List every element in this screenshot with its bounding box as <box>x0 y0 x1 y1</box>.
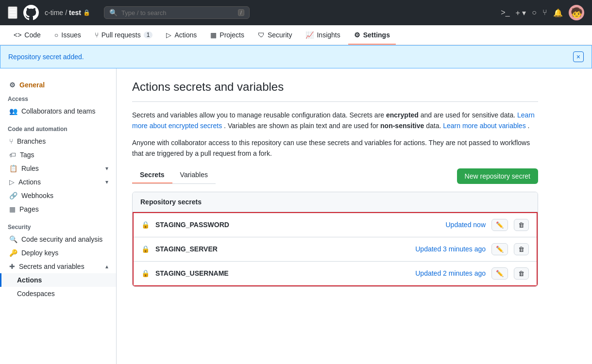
tabs: Secrets Variables <box>132 167 216 184</box>
pr-icon: ⑂ <box>95 31 99 39</box>
nav-code[interactable]: <> Code <box>8 25 47 45</box>
sidebar-item-codespaces[interactable]: Codespaces <box>0 287 116 300</box>
description-2: Anyone with collaborator access to this … <box>132 137 538 159</box>
learn-more-variables-link[interactable]: Learn more about variables <box>443 122 525 130</box>
tabs-row: Secrets Variables New repository secret <box>132 167 538 184</box>
tags-icon: 🏷 <box>9 151 16 159</box>
issues-button[interactable]: ○ <box>532 8 537 17</box>
sidebar-section-title-security: Security <box>0 220 116 232</box>
delete-secret-2-button[interactable]: 🗑 <box>514 243 529 255</box>
secrets-box: Repository secrets 🔒 STAGING_PASSWORD Up… <box>132 192 538 287</box>
edit-secret-3-button[interactable]: ✏️ <box>491 267 508 280</box>
secret-row-staging-password: 🔒 STAGING_PASSWORD Updated now ✏️ 🗑 <box>134 213 537 237</box>
terminal-button[interactable]: >_ <box>501 8 509 17</box>
sidebar-item-webhooks[interactable]: 🔗 Webhooks <box>0 189 116 202</box>
lock-icon-3: 🔒 <box>141 269 150 277</box>
sidebar-item-rules[interactable]: 📋 Rules ▾ <box>0 162 116 175</box>
new-repository-secret-button[interactable]: New repository secret <box>457 168 538 184</box>
branches-icon: ⑂ <box>9 137 13 145</box>
sidebar-item-code-security[interactable]: 🔍 Code security and analysis <box>0 232 116 246</box>
secret-name-1: STAGING_PASSWORD <box>155 221 440 229</box>
sidebar-item-general[interactable]: ⚙ General <box>0 78 116 92</box>
nav-projects[interactable]: ▦ Projects <box>204 25 250 45</box>
security-icon: 🛡 <box>258 31 265 39</box>
actions-sidebar-icon: ▷ <box>9 178 15 186</box>
hamburger-button[interactable]: ☰ <box>8 6 17 19</box>
collaborators-icon: 👥 <box>9 107 17 115</box>
notifications-button[interactable]: 🔔 <box>553 8 563 17</box>
tab-variables[interactable]: Variables <box>172 167 216 183</box>
secrets-icon: ✚ <box>9 263 15 270</box>
sidebar: ⚙ General Access 👥 Collaborators and tea… <box>0 68 117 364</box>
lock-icon-1: 🔒 <box>141 221 150 229</box>
projects-icon: ▦ <box>210 31 217 39</box>
search-icon: 🔍 <box>109 9 118 17</box>
code-icon: <> <box>14 31 21 39</box>
edit-secret-2-button[interactable]: ✏️ <box>491 243 508 255</box>
sidebar-label-branches: Branches <box>17 137 46 145</box>
rules-icon: 📋 <box>9 165 17 172</box>
nav-pullrequests[interactable]: ⑂ Pull requests 1 <box>89 25 159 45</box>
sidebar-label-collaborators: Collaborators and teams <box>21 107 96 115</box>
sidebar-section-code-automation: Code and automation ⑂ Branches 🏷 Tags 📋 … <box>0 122 116 216</box>
repo-nav: <> Code ○ Issues ⑂ Pull requests 1 ▷ Act… <box>0 25 592 45</box>
issues-icon: ○ <box>54 31 58 39</box>
sidebar-label-actions: Actions <box>18 178 41 186</box>
rules-expand-icon: ▾ <box>105 165 108 172</box>
secrets-list: 🔒 STAGING_PASSWORD Updated now ✏️ 🗑 🔒 ST… <box>133 212 538 286</box>
sidebar-item-actions[interactable]: ▷ Actions ▾ <box>0 175 116 189</box>
org-link[interactable]: c-time <box>45 9 63 17</box>
search-shortcut: / <box>238 9 244 16</box>
sidebar-item-branches[interactable]: ⑂ Branches <box>0 134 116 148</box>
nav-issues[interactable]: ○ Issues <box>49 25 87 45</box>
sidebar-label-webhooks: Webhooks <box>21 192 53 199</box>
secret-updated-2: Updated 3 minutes ago <box>415 245 486 253</box>
nav-settings[interactable]: ⚙ Settings <box>348 25 396 45</box>
sidebar-label-actions-sub: Actions <box>17 276 42 284</box>
alert-close-button[interactable]: × <box>573 51 584 62</box>
github-logo <box>23 5 39 20</box>
sidebar-section-access: Access 👥 Collaborators and teams <box>0 92 116 118</box>
sidebar-item-collaborators[interactable]: 👥 Collaborators and teams <box>0 104 116 118</box>
delete-secret-3-button[interactable]: 🗑 <box>514 267 529 280</box>
gear-icon: ⚙ <box>9 81 16 89</box>
actions-icon: ▷ <box>166 31 171 39</box>
sidebar-item-deploy-keys[interactable]: 🔑 Deploy keys <box>0 246 116 260</box>
repo-lock-icon: 🔒 <box>83 9 90 16</box>
settings-icon: ⚙ <box>354 31 360 39</box>
nav-actions[interactable]: ▷ Actions <box>160 25 203 45</box>
top-nav: ☰ c-time / test 🔒 🔍 / >_ + ▾ ○ ⑂ 🔔 🧒 <box>0 0 592 25</box>
create-button[interactable]: + ▾ <box>516 8 526 17</box>
edit-secret-1-button[interactable]: ✏️ <box>491 219 508 231</box>
secrets-expand-icon: ▴ <box>105 263 108 270</box>
secret-name-2: STAGING_SERVER <box>155 245 409 253</box>
top-nav-actions: >_ + ▾ ○ ⑂ 🔔 🧒 <box>501 5 584 20</box>
avatar[interactable]: 🧒 <box>569 5 584 20</box>
secret-row-staging-server: 🔒 STAGING_SERVER Updated 3 minutes ago ✏… <box>134 237 537 262</box>
sidebar-section-title-code: Code and automation <box>0 122 116 134</box>
nav-insights[interactable]: 📈 Insights <box>300 25 346 45</box>
secrets-box-header: Repository secrets <box>133 192 538 212</box>
sidebar-item-secrets-variables[interactable]: ✚ Secrets and variables ▴ <box>0 260 116 273</box>
secret-updated-3: Updated 2 minutes ago <box>415 269 486 277</box>
sidebar-label-codespaces: Codespaces <box>17 290 55 298</box>
search-box[interactable]: 🔍 / <box>104 6 250 19</box>
sidebar-item-tags[interactable]: 🏷 Tags <box>0 148 116 162</box>
search-input[interactable] <box>121 9 234 17</box>
page-layout: ⚙ General Access 👥 Collaborators and tea… <box>0 68 592 364</box>
page-title: Actions secrets and variables <box>132 80 538 102</box>
pr-button[interactable]: ⑂ <box>542 8 547 17</box>
sidebar-item-actions-sub[interactable]: Actions <box>0 273 116 287</box>
pr-badge: 1 <box>144 32 153 38</box>
nav-security[interactable]: 🛡 Security <box>252 25 298 45</box>
insights-icon: 📈 <box>305 31 314 39</box>
description-1: Secrets and variables allow you to manag… <box>132 110 538 132</box>
sidebar-section-title-access: Access <box>0 92 116 104</box>
sidebar-label-general: General <box>19 81 45 89</box>
secret-row-staging-username: 🔒 STAGING_USERNAME Updated 2 minutes ago… <box>134 262 537 285</box>
sidebar-item-pages[interactable]: ▦ Pages <box>0 202 116 216</box>
alert-message: Repository secret added. <box>8 53 84 61</box>
alert-banner: Repository secret added. × <box>0 45 592 68</box>
tab-secrets[interactable]: Secrets <box>132 167 172 183</box>
delete-secret-1-button[interactable]: 🗑 <box>514 219 529 231</box>
